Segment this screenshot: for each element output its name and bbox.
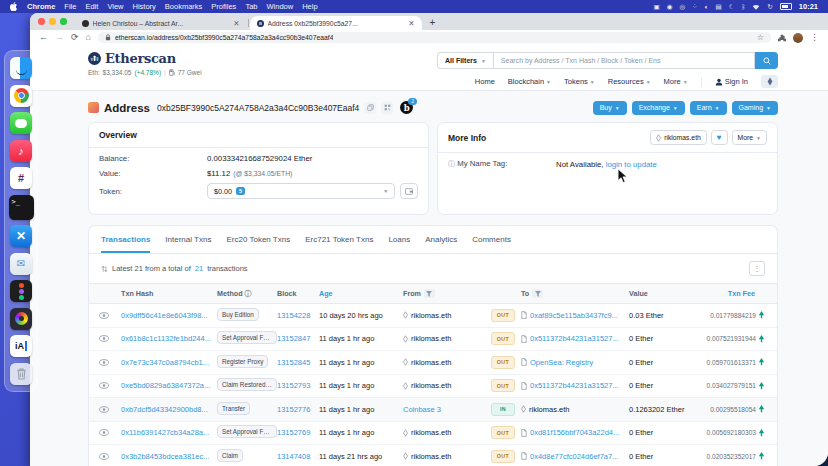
tab-internal-txns[interactable]: Internal Txns: [165, 235, 211, 253]
vscode-dock-icon[interactable]: ✕: [10, 225, 32, 247]
favorite-button[interactable]: ♥: [711, 130, 728, 145]
grid-icon[interactable]: ⁘: [692, 3, 697, 11]
browser-tab-1[interactable]: Helen Christou – Abstract Ar... ✕: [75, 16, 247, 30]
menu-item-file[interactable]: File: [64, 2, 76, 11]
reload-button[interactable]: ⟳: [71, 33, 79, 42]
contrast-icon[interactable]: ◐: [705, 3, 709, 10]
nav-tokens[interactable]: Tokens ▼: [564, 77, 595, 86]
meet-icon[interactable]: ◎: [679, 3, 685, 11]
col-age-sort-link[interactable]: Age: [319, 289, 403, 298]
tx-from[interactable]: Coinbase 3: [403, 405, 441, 414]
tx-block-link[interactable]: 13152776: [277, 405, 319, 414]
ia-writer-dock-icon[interactable]: iA: [10, 335, 32, 357]
network-switch-button[interactable]: [761, 75, 778, 88]
tx-preview-eye-button[interactable]: [99, 359, 121, 366]
tx-preview-eye-button[interactable]: [99, 312, 121, 319]
buy-button[interactable]: Buy ▼: [593, 101, 627, 115]
tx-to[interactable]: 0x4d8e77cfc024d6ef7a7...: [530, 452, 618, 461]
nav-blockchain[interactable]: Blockchain ▼: [508, 77, 551, 86]
menu-item-view[interactable]: View: [107, 2, 123, 11]
slack-dock-icon[interactable]: #: [10, 167, 32, 189]
finder-dock-icon[interactable]: [10, 57, 32, 79]
tx-preview-eye-button[interactable]: [99, 406, 121, 413]
search-input[interactable]: Search by Address / Txn Hash / Block / T…: [493, 52, 755, 69]
tx-block-link[interactable]: 13147408: [277, 452, 319, 461]
trash-dock-icon[interactable]: [10, 363, 32, 385]
browser-tab-2[interactable]: Address 0xb25bf3990c5a27... ✕: [250, 16, 422, 30]
search-button[interactable]: [755, 52, 778, 69]
to-filter-icon[interactable]: [532, 289, 543, 298]
music-dock-icon[interactable]: ♪: [10, 140, 32, 162]
more-dropdown-button[interactable]: More ▼: [732, 130, 767, 145]
extensions-icon[interactable]: [778, 34, 786, 42]
figma-dock-icon[interactable]: [10, 280, 32, 302]
nav-home[interactable]: Home: [475, 77, 495, 86]
col-txn-fee-sort-link[interactable]: Txn Fee: [701, 289, 767, 298]
messages-dock-icon[interactable]: [10, 112, 32, 134]
copy-address-button[interactable]: [364, 102, 376, 114]
menu-item-profiles[interactable]: Profiles: [211, 2, 236, 11]
new-tab-button[interactable]: +: [430, 17, 436, 28]
record-icon[interactable]: ◉: [667, 3, 673, 11]
menu-item-window[interactable]: Window: [266, 2, 293, 11]
tab-comments[interactable]: Comments: [472, 235, 511, 253]
tx-preview-eye-button[interactable]: [99, 335, 121, 342]
nav-more[interactable]: More ▼: [664, 77, 688, 86]
tx-to[interactable]: OpenSea: Registry: [530, 358, 593, 367]
tx-to[interactable]: 0xd81f156bbf7043a22d4...: [530, 428, 619, 437]
tab-loans[interactable]: Loans: [388, 235, 410, 253]
media-dock-icon[interactable]: [10, 308, 32, 330]
tx-hash-link[interactable]: 0x3b2b8453bdcea381ec...: [121, 452, 217, 461]
moon-icon[interactable]: ☾: [729, 3, 735, 11]
profile-avatar[interactable]: [793, 33, 803, 43]
from-filter-icon[interactable]: [424, 289, 435, 298]
tx-hash-link[interactable]: 0x61b8c1c1132fe1bd244...: [121, 334, 217, 343]
table-options-kebab-icon[interactable]: ⋮: [749, 261, 765, 276]
tx-block-link[interactable]: 13152769: [277, 428, 319, 437]
info-circle-icon[interactable]: ⓘ: [245, 290, 252, 297]
tx-hash-link[interactable]: 0x9dff56c41e8e6043f98...: [121, 311, 217, 320]
summary-count-link[interactable]: 21: [195, 264, 203, 273]
tx-preview-eye-button[interactable]: [99, 382, 121, 389]
login-to-update-link[interactable]: login to update: [606, 160, 657, 169]
menu-item-edit[interactable]: Edit: [85, 2, 98, 11]
token-wallet-button[interactable]: [400, 183, 418, 199]
ens-name-chip[interactable]: riklomas.eth: [650, 130, 707, 145]
tx-to[interactable]: 0xaf89c5e115ab3437fc9...: [530, 311, 618, 320]
browser-menu-kebab-icon[interactable]: ⋮: [810, 33, 819, 42]
menu-item-help[interactable]: Help: [302, 2, 317, 11]
tab-transactions[interactable]: Transactions: [101, 235, 150, 253]
menu-item-history[interactable]: History: [133, 2, 156, 11]
tab2-close-icon[interactable]: ✕: [408, 19, 414, 28]
tx-block-link[interactable]: 13152793: [277, 381, 319, 390]
gaming-button[interactable]: Gaming ▼: [732, 101, 778, 115]
home-button[interactable]: ⌂: [86, 33, 91, 42]
sign-in-button[interactable]: Sign In: [715, 77, 748, 86]
minimize-window-button[interactable]: [49, 18, 56, 25]
tab-erc721-token-txns[interactable]: Erc721 Token Txns: [305, 235, 373, 253]
tx-hash-link[interactable]: 0x11b6391427cb34a28a...: [121, 428, 217, 437]
address-bar[interactable]: etherscan.io/address/0xb25bf3990c5a274a7…: [98, 32, 771, 43]
menu-item-bookmarks[interactable]: Bookmarks: [165, 2, 203, 11]
tx-preview-eye-button[interactable]: [99, 429, 121, 436]
sync-icon[interactable]: ↻: [767, 3, 772, 11]
tab-analytics[interactable]: Analytics: [425, 235, 457, 253]
tx-hash-link[interactable]: 0x7e73c347c0a8794cb1...: [121, 358, 217, 367]
tx-hash-link[interactable]: 0xb7dcf5d43342900bd8...: [121, 405, 217, 414]
exchange-button[interactable]: Exchange ▼: [632, 101, 685, 115]
tx-block-link[interactable]: 13152845: [277, 358, 319, 367]
tab1-close-icon[interactable]: ✕: [233, 19, 239, 28]
etherscan-wordmark[interactable]: Etherscan: [105, 51, 176, 66]
tx-block-link[interactable]: 13154228: [277, 311, 319, 320]
nav-resources[interactable]: Resources ▼: [608, 77, 651, 86]
tx-hash-link[interactable]: 0xe5bd0829a63847372a...: [121, 381, 217, 390]
chat-icon[interactable]: ▤: [715, 3, 721, 11]
menu-item-tab[interactable]: Tab: [245, 2, 257, 11]
close-window-button[interactable]: [38, 18, 45, 25]
forward-button[interactable]: →: [55, 33, 64, 42]
zoom-window-button[interactable]: [60, 18, 67, 25]
tx-preview-eye-button[interactable]: [99, 453, 121, 460]
menu-item-chrome[interactable]: Chrome: [27, 2, 55, 11]
display-icon[interactable]: ▣: [654, 3, 660, 11]
blockscan-chat-button[interactable]: b 2: [400, 101, 413, 114]
